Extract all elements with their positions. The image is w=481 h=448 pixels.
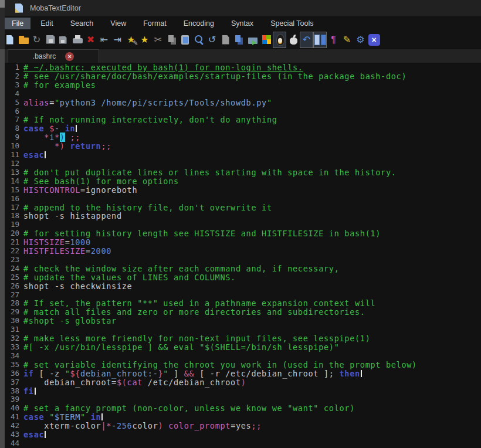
code-line-31[interactable]: 31 bbox=[5, 325, 481, 334]
code-line-5[interactable]: 5alias="python3 /home/pi/scripts/Tools/s… bbox=[5, 99, 481, 107]
highlighter-icon: ✎ bbox=[341, 33, 354, 47]
code-line-23[interactable]: 23 bbox=[5, 256, 481, 264]
code-line-2[interactable]: 2# see /usr/share/doc/bash/examples/star… bbox=[5, 72, 481, 81]
code-line-3[interactable]: 3# for examples bbox=[5, 81, 481, 90]
paste-icon bbox=[179, 33, 192, 47]
code-line-15[interactable]: 15HISTCONTROL=ignoreboth bbox=[5, 186, 481, 195]
code-line-39[interactable]: 39 bbox=[5, 395, 481, 404]
code-line-32[interactable]: 32# make less more friendly for non-text… bbox=[5, 334, 481, 343]
paste-button[interactable] bbox=[178, 32, 192, 48]
code-line-20[interactable]: 20# for setting history length see HISTS… bbox=[5, 229, 481, 238]
bookmark-button[interactable]: ★ bbox=[138, 32, 151, 48]
tab-close-icon[interactable]: × bbox=[65, 52, 74, 61]
line-number: 29 bbox=[5, 308, 23, 317]
code-line-4[interactable]: 4 bbox=[5, 90, 481, 99]
code-line-35[interactable]: 35# set variable identifying the chroot … bbox=[5, 361, 481, 369]
print-button[interactable] bbox=[70, 32, 84, 48]
save-button[interactable] bbox=[43, 32, 57, 48]
indent-button[interactable]: ⇥ bbox=[111, 32, 124, 48]
reload-button[interactable]: ↻ bbox=[30, 32, 43, 48]
cut-button[interactable]: ✂ bbox=[151, 32, 165, 48]
pilcrow-button[interactable]: ¶ bbox=[327, 32, 340, 48]
code-line-9[interactable]: 9 *i*) ;; bbox=[5, 133, 481, 142]
close-editor-button[interactable]: × bbox=[367, 32, 381, 48]
replace-button[interactable]: ↺ bbox=[205, 32, 219, 48]
code-line-22[interactable]: 22HISTFILESIZE=2000 bbox=[5, 247, 481, 256]
compare-files-button[interactable] bbox=[232, 32, 246, 48]
line-number: 1 bbox=[5, 63, 23, 72]
undo-button[interactable]: ↶ bbox=[300, 32, 313, 48]
save-all-button[interactable] bbox=[57, 32, 70, 48]
search-button[interactable] bbox=[192, 32, 205, 48]
code-line-8[interactable]: 8case $- in bbox=[5, 124, 481, 133]
code-line-11[interactable]: 11esac bbox=[5, 151, 481, 159]
menu-item-view[interactable]: View bbox=[103, 18, 133, 29]
code-text: alias="python3 /home/pi/scripts/Tools/sh… bbox=[23, 99, 272, 107]
menubar: FileEditSearchViewFormatEncodingSyntaxSp… bbox=[0, 16, 481, 30]
save-all-icon bbox=[57, 33, 70, 47]
document-button[interactable] bbox=[219, 32, 232, 48]
code-line-40[interactable]: 40# set a fancy prompt (non-color, unles… bbox=[5, 404, 481, 413]
code-line-17[interactable]: 17# append to the history file, don't ov… bbox=[5, 203, 481, 212]
line-number: 32 bbox=[5, 334, 23, 343]
new-file-button[interactable] bbox=[3, 32, 16, 48]
code-line-12[interactable]: 12 bbox=[5, 159, 481, 168]
menu-item-search[interactable]: Search bbox=[63, 18, 101, 29]
code-line-44[interactable]: 44 bbox=[5, 439, 481, 448]
code-line-29[interactable]: 29# match all files and zero or more dir… bbox=[5, 308, 481, 317]
split-view-button[interactable] bbox=[313, 32, 327, 48]
code-text: # for examples bbox=[23, 81, 96, 90]
bookmark-edit-button[interactable]: ★ bbox=[124, 32, 138, 48]
code-line-37[interactable]: 37 debian_chroot=$(cat /etc/debian_chroo… bbox=[5, 378, 481, 387]
menu-item-special-tools[interactable]: Special Tools bbox=[263, 18, 320, 29]
code-area[interactable]: 1# ~/.bashrc: executed by bash(1) for no… bbox=[5, 63, 481, 448]
code-line-36[interactable]: 36if [ -z "${debian_chroot:-}" ] && [ -r… bbox=[5, 369, 481, 378]
line-number: 34 bbox=[5, 352, 23, 361]
code-line-30[interactable]: 30#shopt -s globstar bbox=[5, 317, 481, 325]
code-line-28[interactable]: 28# If set, the pattern "**" used in a p… bbox=[5, 299, 481, 308]
code-line-24[interactable]: 24# check the window size after each com… bbox=[5, 264, 481, 273]
bookmark-edit-icon: ★ bbox=[125, 33, 138, 47]
code-line-26[interactable]: 26shopt -s checkwinsize bbox=[5, 282, 481, 291]
code-line-25[interactable]: 25# update the values of LINES and COLUM… bbox=[5, 273, 481, 282]
code-line-43[interactable]: 43esac bbox=[5, 430, 481, 439]
outdent-button[interactable]: ⇤ bbox=[97, 32, 111, 48]
close-file-button[interactable]: ✖ bbox=[84, 32, 97, 48]
code-line-13[interactable]: 13# don't put duplicate lines or lines s… bbox=[5, 168, 481, 177]
code-line-18[interactable]: 18shopt -s histappend bbox=[5, 212, 481, 220]
line-number: 41 bbox=[5, 413, 23, 422]
settings-gears-button[interactable]: ⚙ bbox=[354, 32, 367, 48]
code-line-33[interactable]: 33#[ -x /usr/bin/lesspipe ] && eval "$(S… bbox=[5, 343, 481, 352]
code-text: # set variable identifying the chroot yo… bbox=[23, 361, 417, 369]
code-text: # check the window size after each comma… bbox=[23, 264, 340, 273]
code-line-19[interactable]: 19 bbox=[5, 220, 481, 229]
tab-bashrc[interactable]: .bashrc × bbox=[8, 49, 99, 63]
code-line-6[interactable]: 6 bbox=[5, 107, 481, 116]
menu-item-encoding[interactable]: Encoding bbox=[177, 18, 221, 29]
code-line-7[interactable]: 7# If not running interactively, don't d… bbox=[5, 116, 481, 124]
code-line-21[interactable]: 21HISTSIZE=1000 bbox=[5, 238, 481, 247]
code-line-10[interactable]: 10 *) return;; bbox=[5, 142, 481, 151]
linux-tux-button[interactable] bbox=[273, 32, 286, 48]
code-line-41[interactable]: 41case "$TERM" in bbox=[5, 413, 481, 422]
code-line-38[interactable]: 38fi bbox=[5, 387, 481, 396]
code-line-34[interactable]: 34 bbox=[5, 352, 481, 361]
open-folder-button[interactable] bbox=[16, 32, 30, 48]
code-line-1[interactable]: 1# ~/.bashrc: executed by bash(1) for no… bbox=[5, 63, 481, 72]
code-line-42[interactable]: 42 xterm-color|*-256color) color_prompt=… bbox=[5, 422, 481, 430]
code-line-27[interactable]: 27 bbox=[5, 291, 481, 300]
export-folder-button[interactable] bbox=[246, 32, 259, 48]
highlighter-button[interactable]: ✎ bbox=[340, 32, 354, 48]
menu-item-file[interactable]: File bbox=[5, 18, 31, 29]
apple-logo-button[interactable] bbox=[286, 32, 300, 48]
menu-item-edit[interactable]: Edit bbox=[33, 18, 60, 29]
menu-item-format[interactable]: Format bbox=[136, 18, 174, 29]
copy-button[interactable] bbox=[165, 32, 178, 48]
code-line-14[interactable]: 14# See bash(1) for more options bbox=[5, 177, 481, 186]
menu-item-syntax[interactable]: Syntax bbox=[224, 18, 260, 29]
code-line-16[interactable]: 16 bbox=[5, 195, 481, 203]
code-text: # for setting history length see HISTSIZ… bbox=[23, 229, 381, 238]
windows-logo-button[interactable] bbox=[259, 32, 273, 48]
code-text: xterm-color|*-256color) color_prompt=yes… bbox=[23, 422, 262, 430]
code-text: # If not running interactively, don't do… bbox=[23, 116, 277, 124]
